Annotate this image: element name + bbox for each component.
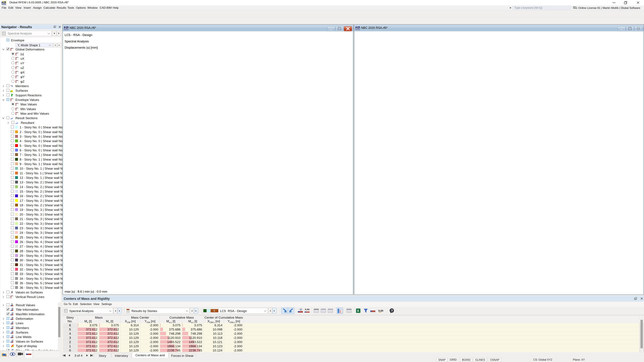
svg-text:X.XX: X.XX — [305, 308, 310, 311]
svg-text:0,00: 0,00 — [378, 309, 383, 312]
svg-text:?: ? — [391, 309, 393, 312]
svg-text:XX: XX — [12, 291, 13, 293]
svg-text:6: 6 — [2, 1, 4, 3]
svg-text:X.XX: X.XX — [12, 303, 13, 305]
svg-text:X: X — [357, 309, 359, 313]
